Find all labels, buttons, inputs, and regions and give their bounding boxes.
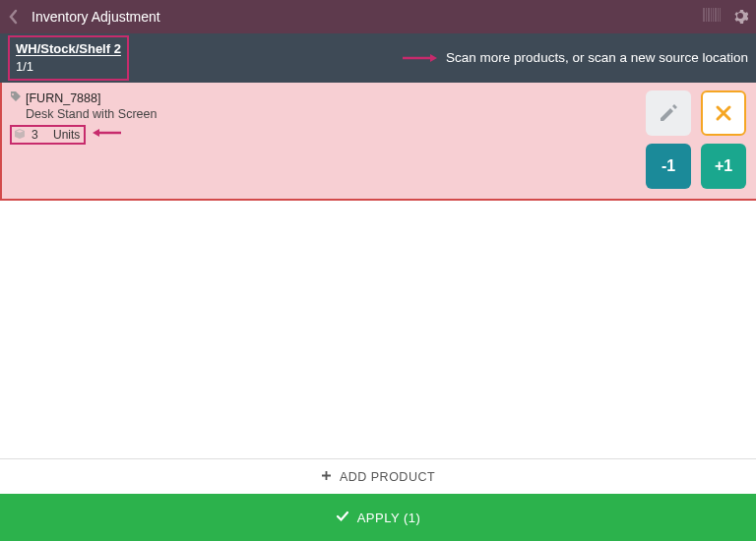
add-product-button[interactable]: ADD PRODUCT	[0, 458, 756, 494]
svg-rect-2	[708, 8, 710, 22]
increment-button[interactable]: +1	[701, 144, 746, 189]
page-title: Inventory Adjustment	[28, 9, 703, 25]
arrow-right-icon	[403, 51, 438, 66]
quantity-box[interactable]: 3 Units	[10, 125, 86, 145]
scan-hint-text: Scan more products, or scan a new source…	[446, 49, 748, 67]
quantity-value: 3	[32, 128, 47, 142]
location-path: WH/Stock/Shelf 2	[16, 40, 121, 58]
location-box[interactable]: WH/Stock/Shelf 2 1/1	[8, 35, 129, 80]
svg-rect-7	[720, 8, 721, 22]
empty-area	[0, 201, 756, 458]
settings-icon[interactable]	[732, 8, 748, 27]
check-icon	[336, 511, 349, 525]
location-bar: WH/Stock/Shelf 2 1/1 Scan more products,…	[0, 33, 756, 83]
svg-rect-6	[718, 8, 719, 22]
svg-rect-4	[713, 8, 714, 22]
product-sku: [FURN_7888]	[26, 91, 100, 105]
content-area: [FURN_7888] Desk Stand with Screen 3 Uni…	[0, 83, 756, 541]
location-count: 1/1	[16, 58, 121, 76]
add-product-label: ADD PRODUCT	[340, 470, 435, 484]
product-line[interactable]: [FURN_7888] Desk Stand with Screen 3 Uni…	[0, 83, 756, 201]
product-actions: -1 +1	[646, 90, 746, 189]
product-name: Desk Stand with Screen	[10, 107, 646, 121]
package-icon	[14, 128, 26, 142]
svg-rect-3	[711, 8, 712, 22]
decrement-button[interactable]: -1	[646, 144, 691, 189]
back-button[interactable]	[8, 9, 28, 25]
edit-button[interactable]	[646, 90, 691, 136]
svg-rect-5	[715, 8, 717, 22]
quantity-unit: Units	[53, 128, 80, 142]
plus-icon	[321, 470, 332, 484]
apply-button[interactable]: APPLY (1)	[0, 494, 756, 541]
barcode-icon[interactable]	[703, 8, 721, 26]
arrow-left-icon	[92, 126, 121, 140]
svg-rect-0	[703, 8, 705, 22]
app-header: Inventory Adjustment	[0, 0, 756, 33]
cancel-button[interactable]	[701, 90, 746, 136]
svg-rect-1	[706, 8, 707, 22]
tag-icon	[10, 90, 22, 105]
product-info: [FURN_7888] Desk Stand with Screen 3 Uni…	[10, 90, 646, 189]
apply-label: APPLY (1)	[357, 511, 421, 525]
